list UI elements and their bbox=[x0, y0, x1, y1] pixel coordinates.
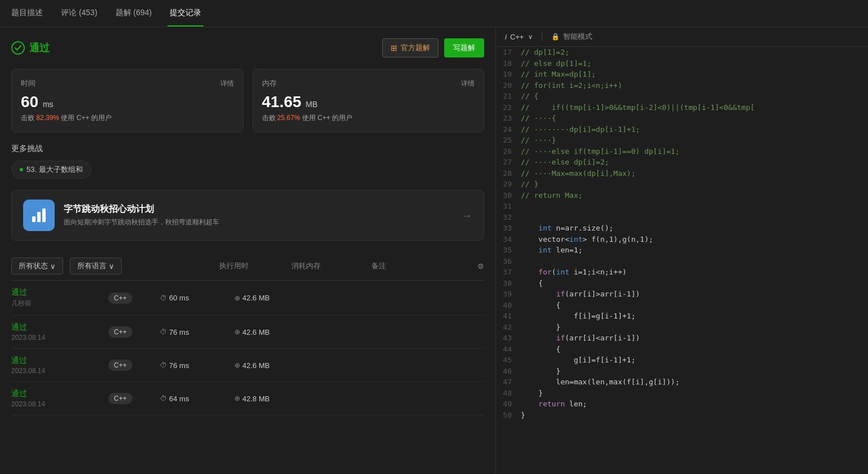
line-number: 34 bbox=[496, 234, 519, 245]
code-line: 46 } bbox=[496, 366, 868, 377]
sub-exec-time: ⏱ 64 ms bbox=[160, 395, 228, 403]
code-line: 30// return Max; bbox=[496, 190, 868, 201]
status-filter-button[interactable]: 所有状态 ∨ bbox=[11, 258, 63, 274]
action-buttons: ⊞ 官方题解 写题解 bbox=[382, 38, 484, 57]
code-line: 39 if(arr[i]>arr[i-1]) bbox=[496, 289, 868, 300]
line-number: 48 bbox=[496, 388, 519, 399]
code-line: 45 g[i]=f[i-1]+1; bbox=[496, 355, 868, 366]
line-content: f[i]=g[i-1]+1; bbox=[519, 311, 868, 322]
language-selector[interactable]: i C++ ∨ bbox=[505, 33, 533, 41]
code-line: 21// { bbox=[496, 91, 868, 102]
line-number: 49 bbox=[496, 398, 519, 410]
svg-rect-3 bbox=[42, 209, 46, 222]
line-content: // } bbox=[519, 179, 868, 190]
line-content bbox=[519, 201, 868, 212]
divider bbox=[542, 32, 542, 41]
svg-rect-2 bbox=[37, 212, 41, 222]
line-content: // dp[1]=2; bbox=[519, 47, 868, 58]
table-row[interactable]: 通过 2023.08.14 C++ ⏱ 76 ms ⊕ 42.6 MB bbox=[11, 349, 484, 382]
line-content: // ····else if(tmp[i-1]==0) dp[i]=1; bbox=[519, 146, 868, 157]
submissions-list: 通过 几秒前 C++ ⏱ 60 ms ⊕ 42.6 MB 通过 2023.08.… bbox=[11, 281, 484, 415]
code-line: 32 bbox=[496, 212, 868, 223]
line-content: return len; bbox=[519, 398, 868, 410]
challenge-item[interactable]: 53. 最大子数组和 bbox=[11, 161, 91, 179]
code-line: 44 { bbox=[496, 344, 868, 355]
line-content: } bbox=[519, 388, 868, 399]
line-content: if(arr[i]<arr[i-1]) bbox=[519, 333, 868, 344]
line-number: 36 bbox=[496, 256, 519, 267]
col-exec-time: 执行用时 bbox=[201, 261, 267, 271]
line-number: 29 bbox=[496, 179, 519, 190]
line-content: // for(int i=2;i<n;i++) bbox=[519, 80, 868, 91]
code-line: 20// for(int i=2;i<n;i++) bbox=[496, 80, 868, 91]
line-number: 30 bbox=[496, 190, 519, 201]
settings-icon[interactable]: ⚙ bbox=[418, 262, 484, 271]
line-number: 41 bbox=[496, 311, 519, 322]
code-line: 47 len=max(len,max(f[i],g[i])); bbox=[496, 376, 868, 388]
code-line: 42 } bbox=[496, 322, 868, 333]
main-content: 通过 ⊞ 官方题解 写题解 时间 详情 60 bbox=[0, 27, 868, 474]
sub-lang: C++ bbox=[108, 360, 153, 371]
tab-description[interactable]: 题目描述 bbox=[9, 0, 45, 26]
line-number: 45 bbox=[496, 355, 519, 366]
tab-solutions[interactable]: 题解 (694) bbox=[113, 0, 154, 26]
table-row[interactable]: 通过 2023.08.14 C++ ⏱ 76 ms ⊕ 42.6 MB bbox=[11, 316, 484, 349]
line-content: // { bbox=[519, 91, 868, 102]
code-line: 26// ····else if(tmp[i-1]==0) dp[i]=1; bbox=[496, 146, 868, 157]
editor-header: i C++ ∨ 🔒 智能模式 bbox=[496, 27, 868, 47]
stats-row: 时间 详情 60 ms 击败 82.39% 使用 C++ 的用户 内存 详情 bbox=[11, 69, 484, 132]
line-content: int n=arr.size(); bbox=[519, 223, 868, 234]
code-line: 37 for(int i=1;i<n;i++) bbox=[496, 267, 868, 278]
banner-card[interactable]: 字节跳动秋招心动计划 面向短期冲刺字节跳动秋招选手，秋招弯道顺利超车 → bbox=[11, 190, 484, 241]
line-content: // if((tmp[i-1]>0&&tmp[i-2]<0)||(tmp[i-1… bbox=[519, 102, 868, 113]
code-line: 25// ····} bbox=[496, 135, 868, 146]
code-line: 22// if((tmp[i-1]>0&&tmp[i-2]<0)||(tmp[i… bbox=[496, 102, 868, 113]
line-number: 46 bbox=[496, 366, 519, 377]
line-number: 37 bbox=[496, 267, 519, 278]
write-solution-button[interactable]: 写题解 bbox=[444, 38, 484, 57]
sub-status: 通过 2023.08.14 bbox=[11, 389, 101, 408]
chevron-down-icon: ∨ bbox=[109, 262, 114, 271]
line-content: vector<int> f(n,1),g(n,1); bbox=[519, 234, 868, 245]
line-content: for(int i=1;i<n;i++) bbox=[519, 267, 868, 278]
code-line: 24// ········dp[i]=dp[i-1]+1; bbox=[496, 124, 868, 135]
line-number: 20 bbox=[496, 80, 519, 91]
line-number: 50 bbox=[496, 410, 519, 421]
line-number: 17 bbox=[496, 47, 519, 58]
code-line: 33 int n=arr.size(); bbox=[496, 223, 868, 234]
line-content: // else dp[1]=1; bbox=[519, 58, 868, 69]
banner-arrow-icon: → bbox=[461, 209, 472, 222]
code-line: 43 if(arr[i]<arr[i-1]) bbox=[496, 333, 868, 344]
tab-submissions[interactable]: 提交记录 bbox=[167, 0, 203, 26]
line-number: 31 bbox=[496, 201, 519, 212]
line-content: // ····{ bbox=[519, 113, 868, 124]
sub-memory: ⊕ 42.6 MB bbox=[234, 361, 302, 370]
line-content: int len=1; bbox=[519, 245, 868, 256]
sub-exec-time: ⏱ 76 ms bbox=[160, 328, 228, 336]
sub-memory: ⊕ 42.6 MB bbox=[234, 294, 302, 302]
table-row[interactable]: 通过 2023.08.14 C++ ⏱ 64 ms ⊕ 42.8 MB bbox=[11, 382, 484, 415]
code-line: 18// else dp[1]=1; bbox=[496, 58, 868, 69]
code-line: 19// int Max=dp[1]; bbox=[496, 69, 868, 80]
line-content: g[i]=f[i-1]+1; bbox=[519, 355, 868, 366]
line-number: 44 bbox=[496, 344, 519, 355]
time-detail-link[interactable]: 详情 bbox=[220, 79, 234, 88]
official-solution-button[interactable]: ⊞ 官方题解 bbox=[382, 38, 439, 57]
chevron-down-icon: ∨ bbox=[50, 262, 56, 271]
sub-memory: ⊕ 42.6 MB bbox=[234, 328, 302, 336]
line-number: 23 bbox=[496, 113, 519, 124]
line-number: 40 bbox=[496, 300, 519, 311]
tab-comments[interactable]: 评论 (453) bbox=[59, 0, 100, 26]
language-filter-button[interactable]: 所有语言 ∨ bbox=[70, 258, 122, 274]
sub-status: 通过 2023.08.14 bbox=[11, 322, 101, 342]
line-number: 39 bbox=[496, 289, 519, 300]
code-line: 50} bbox=[496, 410, 868, 421]
code-line: 31 bbox=[496, 201, 868, 212]
table-row[interactable]: 通过 几秒前 C++ ⏱ 60 ms ⊕ 42.6 MB bbox=[11, 281, 484, 316]
line-number: 22 bbox=[496, 102, 519, 113]
line-number: 33 bbox=[496, 223, 519, 234]
line-number: 43 bbox=[496, 333, 519, 344]
memory-detail-link[interactable]: 详情 bbox=[461, 79, 475, 88]
line-number: 26 bbox=[496, 146, 519, 157]
line-content bbox=[519, 212, 868, 223]
